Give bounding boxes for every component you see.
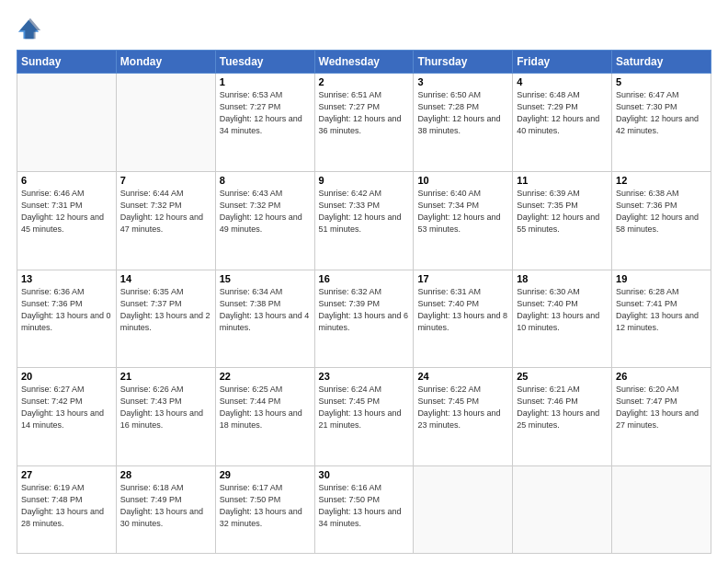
day-info: Sunrise: 6:53 AM Sunset: 7:27 PM Dayligh…	[220, 89, 311, 137]
calendar-cell: 19Sunrise: 6:28 AM Sunset: 7:41 PM Dayli…	[612, 270, 711, 368]
calendar-cell: 8Sunrise: 6:43 AM Sunset: 7:32 PM Daylig…	[215, 171, 314, 270]
day-number: 27	[21, 469, 112, 480]
day-info: Sunrise: 6:19 AM Sunset: 7:48 PM Dayligh…	[21, 482, 112, 530]
page: SundayMondayTuesdayWednesdayThursdayFrid…	[0, 0, 728, 563]
day-info: Sunrise: 6:30 AM Sunset: 7:40 PM Dayligh…	[517, 286, 608, 334]
day-number: 3	[417, 76, 508, 87]
day-info: Sunrise: 6:24 AM Sunset: 7:45 PM Dayligh…	[319, 384, 410, 431]
calendar-cell: 5Sunrise: 6:47 AM Sunset: 7:30 PM Daylig…	[612, 74, 711, 172]
calendar-cell: 6Sunrise: 6:46 AM Sunset: 7:31 PM Daylig…	[17, 171, 117, 270]
calendar-header-tuesday: Tuesday	[215, 51, 314, 74]
calendar-cell: 4Sunrise: 6:48 AM Sunset: 7:29 PM Daylig…	[513, 74, 612, 172]
day-number: 25	[517, 371, 608, 382]
day-number: 30	[319, 469, 410, 480]
calendar-cell: 21Sunrise: 6:26 AM Sunset: 7:43 PM Dayli…	[116, 368, 215, 466]
calendar-cell: 14Sunrise: 6:35 AM Sunset: 7:37 PM Dayli…	[116, 270, 215, 368]
calendar-header-sunday: Sunday	[17, 51, 117, 74]
calendar-cell: 28Sunrise: 6:18 AM Sunset: 7:49 PM Dayli…	[116, 466, 215, 554]
day-number: 4	[517, 76, 608, 87]
day-number: 20	[21, 371, 112, 382]
day-info: Sunrise: 6:18 AM Sunset: 7:49 PM Dayligh…	[120, 482, 211, 530]
calendar-cell: 3Sunrise: 6:50 AM Sunset: 7:28 PM Daylig…	[414, 74, 513, 172]
day-info: Sunrise: 6:35 AM Sunset: 7:37 PM Dayligh…	[120, 286, 211, 334]
calendar-cell: 15Sunrise: 6:34 AM Sunset: 7:38 PM Dayli…	[215, 270, 314, 368]
day-number: 15	[220, 273, 311, 284]
day-info: Sunrise: 6:20 AM Sunset: 7:47 PM Dayligh…	[616, 384, 707, 431]
day-number: 10	[417, 175, 508, 186]
day-number: 19	[616, 273, 707, 284]
calendar-cell: 24Sunrise: 6:22 AM Sunset: 7:45 PM Dayli…	[414, 368, 513, 466]
day-info: Sunrise: 6:28 AM Sunset: 7:41 PM Dayligh…	[616, 286, 707, 334]
day-info: Sunrise: 6:32 AM Sunset: 7:39 PM Dayligh…	[319, 286, 410, 334]
day-info: Sunrise: 6:40 AM Sunset: 7:34 PM Dayligh…	[417, 188, 508, 236]
calendar-cell: 22Sunrise: 6:25 AM Sunset: 7:44 PM Dayli…	[215, 368, 314, 466]
day-number: 17	[417, 273, 508, 284]
calendar-cell: 17Sunrise: 6:31 AM Sunset: 7:40 PM Dayli…	[414, 270, 513, 368]
day-info: Sunrise: 6:36 AM Sunset: 7:36 PM Dayligh…	[21, 286, 112, 334]
calendar-cell: 11Sunrise: 6:39 AM Sunset: 7:35 PM Dayli…	[513, 171, 612, 270]
day-info: Sunrise: 6:39 AM Sunset: 7:35 PM Dayligh…	[517, 188, 608, 236]
day-number: 12	[616, 175, 707, 186]
day-number: 13	[21, 273, 112, 284]
day-info: Sunrise: 6:46 AM Sunset: 7:31 PM Dayligh…	[21, 188, 112, 236]
calendar-cell: 27Sunrise: 6:19 AM Sunset: 7:48 PM Dayli…	[17, 466, 117, 554]
calendar-cell: 16Sunrise: 6:32 AM Sunset: 7:39 PM Dayli…	[314, 270, 414, 368]
calendar-cell: 12Sunrise: 6:38 AM Sunset: 7:36 PM Dayli…	[612, 171, 711, 270]
calendar-table: SundayMondayTuesdayWednesdayThursdayFrid…	[17, 50, 711, 554]
day-info: Sunrise: 6:38 AM Sunset: 7:36 PM Dayligh…	[616, 188, 707, 236]
day-info: Sunrise: 6:26 AM Sunset: 7:43 PM Dayligh…	[120, 384, 211, 431]
day-info: Sunrise: 6:31 AM Sunset: 7:40 PM Dayligh…	[417, 286, 508, 334]
day-info: Sunrise: 6:51 AM Sunset: 7:27 PM Dayligh…	[319, 89, 410, 137]
calendar-cell	[17, 74, 117, 172]
day-number: 18	[517, 273, 608, 284]
day-number: 22	[220, 371, 311, 382]
calendar-cell: 1Sunrise: 6:53 AM Sunset: 7:27 PM Daylig…	[215, 74, 314, 172]
day-info: Sunrise: 6:27 AM Sunset: 7:42 PM Dayligh…	[21, 384, 112, 431]
calendar-cell: 20Sunrise: 6:27 AM Sunset: 7:42 PM Dayli…	[17, 368, 117, 466]
calendar-cell	[116, 74, 215, 172]
calendar-week-2: 6Sunrise: 6:46 AM Sunset: 7:31 PM Daylig…	[17, 171, 711, 270]
day-info: Sunrise: 6:42 AM Sunset: 7:33 PM Dayligh…	[319, 188, 410, 236]
day-number: 1	[220, 76, 311, 87]
calendar-cell: 26Sunrise: 6:20 AM Sunset: 7:47 PM Dayli…	[612, 368, 711, 466]
day-info: Sunrise: 6:48 AM Sunset: 7:29 PM Dayligh…	[517, 89, 608, 137]
calendar-week-3: 13Sunrise: 6:36 AM Sunset: 7:36 PM Dayli…	[17, 270, 711, 368]
day-number: 8	[220, 175, 311, 186]
calendar-header-row: SundayMondayTuesdayWednesdayThursdayFrid…	[17, 51, 711, 74]
day-number: 6	[21, 175, 112, 186]
day-number: 5	[616, 76, 707, 87]
day-number: 14	[120, 273, 211, 284]
day-info: Sunrise: 6:50 AM Sunset: 7:28 PM Dayligh…	[417, 89, 508, 137]
header	[17, 17, 711, 42]
day-info: Sunrise: 6:25 AM Sunset: 7:44 PM Dayligh…	[220, 384, 311, 431]
day-number: 23	[319, 371, 410, 382]
calendar-cell: 18Sunrise: 6:30 AM Sunset: 7:40 PM Dayli…	[513, 270, 612, 368]
day-number: 24	[417, 371, 508, 382]
calendar-cell: 30Sunrise: 6:16 AM Sunset: 7:50 PM Dayli…	[314, 466, 414, 554]
calendar-cell: 7Sunrise: 6:44 AM Sunset: 7:32 PM Daylig…	[116, 171, 215, 270]
calendar-week-1: 1Sunrise: 6:53 AM Sunset: 7:27 PM Daylig…	[17, 74, 711, 172]
calendar-header-monday: Monday	[116, 51, 215, 74]
calendar-cell: 2Sunrise: 6:51 AM Sunset: 7:27 PM Daylig…	[314, 74, 414, 172]
day-number: 16	[319, 273, 410, 284]
calendar-cell: 25Sunrise: 6:21 AM Sunset: 7:46 PM Dayli…	[513, 368, 612, 466]
calendar-cell: 10Sunrise: 6:40 AM Sunset: 7:34 PM Dayli…	[414, 171, 513, 270]
day-info: Sunrise: 6:21 AM Sunset: 7:46 PM Dayligh…	[517, 384, 608, 431]
day-number: 9	[319, 175, 410, 186]
calendar-header-thursday: Thursday	[414, 51, 513, 74]
calendar-week-4: 20Sunrise: 6:27 AM Sunset: 7:42 PM Dayli…	[17, 368, 711, 466]
calendar-header-saturday: Saturday	[612, 51, 711, 74]
calendar-header-wednesday: Wednesday	[314, 51, 414, 74]
calendar-cell: 9Sunrise: 6:42 AM Sunset: 7:33 PM Daylig…	[314, 171, 414, 270]
day-info: Sunrise: 6:43 AM Sunset: 7:32 PM Dayligh…	[220, 188, 311, 236]
logo-icon	[17, 17, 42, 42]
day-number: 29	[220, 469, 311, 480]
calendar-cell	[414, 466, 513, 554]
day-info: Sunrise: 6:22 AM Sunset: 7:45 PM Dayligh…	[417, 384, 508, 431]
day-info: Sunrise: 6:34 AM Sunset: 7:38 PM Dayligh…	[220, 286, 311, 334]
day-number: 11	[517, 175, 608, 186]
calendar-cell: 13Sunrise: 6:36 AM Sunset: 7:36 PM Dayli…	[17, 270, 117, 368]
calendar-cell: 29Sunrise: 6:17 AM Sunset: 7:50 PM Dayli…	[215, 466, 314, 554]
day-number: 21	[120, 371, 211, 382]
logo	[17, 17, 44, 42]
